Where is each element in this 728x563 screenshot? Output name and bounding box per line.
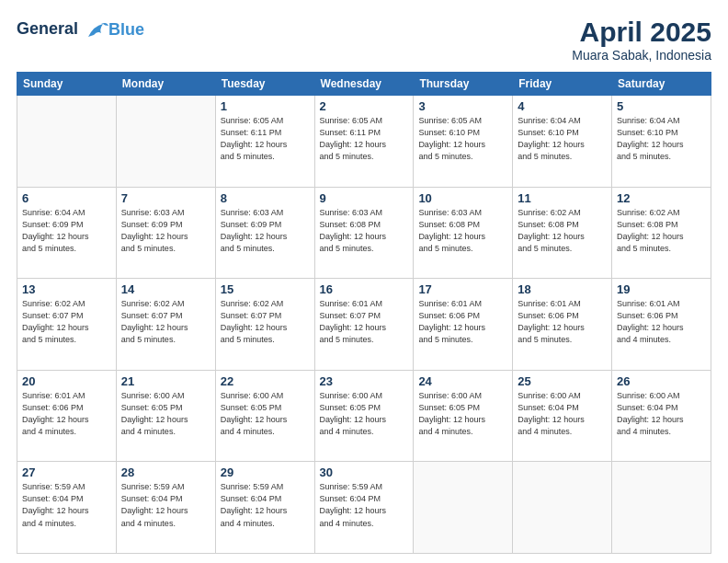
- calendar-cell: 3Sunrise: 6:05 AM Sunset: 6:10 PM Daylig…: [414, 96, 513, 188]
- day-info: Sunrise: 6:03 AM Sunset: 6:09 PM Dayligh…: [121, 207, 210, 255]
- day-info: Sunrise: 6:02 AM Sunset: 6:07 PM Dayligh…: [22, 298, 111, 346]
- day-info: Sunrise: 6:05 AM Sunset: 6:11 PM Dayligh…: [320, 115, 409, 163]
- day-number: 17: [418, 282, 507, 296]
- day-number: 27: [22, 465, 111, 479]
- logo-blue: Blue: [108, 20, 144, 40]
- calendar-cell: 5Sunrise: 6:04 AM Sunset: 6:10 PM Daylig…: [612, 96, 711, 188]
- calendar-cell: 2Sunrise: 6:05 AM Sunset: 6:11 PM Daylig…: [314, 96, 414, 188]
- calendar-cell: 13Sunrise: 6:02 AM Sunset: 6:07 PM Dayli…: [17, 279, 117, 371]
- calendar-cell: 12Sunrise: 6:02 AM Sunset: 6:08 PM Dayli…: [612, 187, 711, 279]
- title-section: April 2025 Muara Sabak, Indonesia: [572, 17, 711, 63]
- calendar-cell: 4Sunrise: 6:04 AM Sunset: 6:10 PM Daylig…: [513, 96, 612, 188]
- calendar-cell: 25Sunrise: 6:00 AM Sunset: 6:04 PM Dayli…: [513, 370, 612, 462]
- day-info: Sunrise: 5:59 AM Sunset: 6:04 PM Dayligh…: [121, 481, 210, 529]
- calendar-cell: 15Sunrise: 6:02 AM Sunset: 6:07 PM Dayli…: [215, 279, 314, 371]
- week-row-0: 1Sunrise: 6:05 AM Sunset: 6:11 PM Daylig…: [17, 96, 711, 188]
- day-number: 30: [320, 465, 409, 479]
- day-info: Sunrise: 6:05 AM Sunset: 6:11 PM Dayligh…: [221, 115, 310, 163]
- day-info: Sunrise: 6:01 AM Sunset: 6:06 PM Dayligh…: [617, 298, 706, 346]
- calendar-cell: 11Sunrise: 6:02 AM Sunset: 6:08 PM Dayli…: [513, 187, 612, 279]
- calendar-cell: 14Sunrise: 6:02 AM Sunset: 6:07 PM Dayli…: [116, 279, 215, 371]
- header: General Blue April 2025 Muara Sabak, Ind…: [17, 17, 711, 63]
- day-number: 19: [617, 282, 706, 296]
- day-number: 2: [320, 99, 409, 113]
- calendar-cell: 7Sunrise: 6:03 AM Sunset: 6:09 PM Daylig…: [116, 187, 215, 279]
- day-number: 13: [22, 282, 111, 296]
- calendar-cell: [17, 96, 117, 188]
- calendar-cell: 10Sunrise: 6:03 AM Sunset: 6:08 PM Dayli…: [414, 187, 513, 279]
- day-number: 10: [418, 191, 507, 205]
- day-number: 3: [418, 99, 507, 113]
- header-tuesday: Tuesday: [215, 73, 314, 96]
- day-info: Sunrise: 6:01 AM Sunset: 6:06 PM Dayligh…: [22, 390, 111, 438]
- day-number: 12: [617, 191, 706, 205]
- calendar-table: Sunday Monday Tuesday Wednesday Thursday…: [17, 72, 711, 554]
- header-monday: Monday: [116, 73, 215, 96]
- day-info: Sunrise: 6:02 AM Sunset: 6:08 PM Dayligh…: [518, 207, 607, 255]
- calendar-cell: 29Sunrise: 5:59 AM Sunset: 6:04 PM Dayli…: [215, 462, 314, 554]
- calendar-cell: 24Sunrise: 6:00 AM Sunset: 6:05 PM Dayli…: [414, 370, 513, 462]
- day-info: Sunrise: 6:02 AM Sunset: 6:08 PM Dayligh…: [617, 207, 706, 255]
- day-number: 5: [617, 99, 706, 113]
- day-number: 9: [320, 191, 409, 205]
- logo-general: General: [17, 19, 78, 38]
- day-info: Sunrise: 6:00 AM Sunset: 6:04 PM Dayligh…: [518, 390, 607, 438]
- calendar-cell: [414, 462, 513, 554]
- day-number: 14: [121, 282, 210, 296]
- day-info: Sunrise: 6:03 AM Sunset: 6:09 PM Dayligh…: [221, 207, 310, 255]
- header-friday: Friday: [513, 73, 612, 96]
- day-info: Sunrise: 6:00 AM Sunset: 6:05 PM Dayligh…: [320, 390, 409, 438]
- day-info: Sunrise: 6:04 AM Sunset: 6:10 PM Dayligh…: [518, 115, 607, 163]
- calendar-cell: 21Sunrise: 6:00 AM Sunset: 6:05 PM Dayli…: [116, 370, 215, 462]
- day-number: 15: [221, 282, 310, 296]
- calendar-cell: [116, 96, 215, 188]
- week-row-1: 6Sunrise: 6:04 AM Sunset: 6:09 PM Daylig…: [17, 187, 711, 279]
- header-sunday: Sunday: [17, 73, 117, 96]
- day-info: Sunrise: 6:02 AM Sunset: 6:07 PM Dayligh…: [121, 298, 210, 346]
- calendar-cell: 18Sunrise: 6:01 AM Sunset: 6:06 PM Dayli…: [513, 279, 612, 371]
- day-info: Sunrise: 6:03 AM Sunset: 6:08 PM Dayligh…: [418, 207, 507, 255]
- day-info: Sunrise: 6:04 AM Sunset: 6:10 PM Dayligh…: [617, 115, 706, 163]
- calendar-cell: 26Sunrise: 6:00 AM Sunset: 6:04 PM Dayli…: [612, 370, 711, 462]
- calendar-cell: 1Sunrise: 6:05 AM Sunset: 6:11 PM Daylig…: [215, 96, 314, 188]
- day-number: 6: [22, 191, 111, 205]
- calendar-cell: 28Sunrise: 5:59 AM Sunset: 6:04 PM Dayli…: [116, 462, 215, 554]
- day-info: Sunrise: 6:01 AM Sunset: 6:06 PM Dayligh…: [518, 298, 607, 346]
- logo-text: General Blue: [17, 17, 144, 42]
- weekday-header-row: Sunday Monday Tuesday Wednesday Thursday…: [17, 73, 711, 96]
- day-info: Sunrise: 6:01 AM Sunset: 6:07 PM Dayligh…: [320, 298, 409, 346]
- day-info: Sunrise: 6:03 AM Sunset: 6:08 PM Dayligh…: [320, 207, 409, 255]
- day-number: 21: [121, 374, 210, 388]
- day-number: 8: [221, 191, 310, 205]
- day-number: 16: [320, 282, 409, 296]
- day-info: Sunrise: 6:05 AM Sunset: 6:10 PM Dayligh…: [418, 115, 507, 163]
- location: Muara Sabak, Indonesia: [572, 48, 711, 63]
- logo: General Blue: [17, 17, 144, 42]
- day-number: 29: [221, 465, 310, 479]
- day-number: 24: [418, 374, 507, 388]
- calendar-cell: [612, 462, 711, 554]
- calendar-cell: 30Sunrise: 5:59 AM Sunset: 6:04 PM Dayli…: [314, 462, 414, 554]
- header-wednesday: Wednesday: [314, 73, 414, 96]
- page: General Blue April 2025 Muara Sabak, Ind…: [0, 0, 728, 563]
- calendar-cell: 20Sunrise: 6:01 AM Sunset: 6:06 PM Dayli…: [17, 370, 117, 462]
- month-title: April 2025: [572, 17, 711, 48]
- week-row-2: 13Sunrise: 6:02 AM Sunset: 6:07 PM Dayli…: [17, 279, 711, 371]
- day-info: Sunrise: 5:59 AM Sunset: 6:04 PM Dayligh…: [22, 481, 111, 529]
- day-info: Sunrise: 6:00 AM Sunset: 6:04 PM Dayligh…: [617, 390, 706, 438]
- day-number: 23: [320, 374, 409, 388]
- week-row-4: 27Sunrise: 5:59 AM Sunset: 6:04 PM Dayli…: [17, 462, 711, 554]
- day-info: Sunrise: 6:02 AM Sunset: 6:07 PM Dayligh…: [221, 298, 310, 346]
- day-info: Sunrise: 6:00 AM Sunset: 6:05 PM Dayligh…: [221, 390, 310, 438]
- day-number: 1: [221, 99, 310, 113]
- week-row-3: 20Sunrise: 6:01 AM Sunset: 6:06 PM Dayli…: [17, 370, 711, 462]
- day-info: Sunrise: 5:59 AM Sunset: 6:04 PM Dayligh…: [320, 481, 409, 529]
- day-number: 18: [518, 282, 607, 296]
- logo-bird-icon: [85, 17, 110, 42]
- day-number: 20: [22, 374, 111, 388]
- calendar-cell: 22Sunrise: 6:00 AM Sunset: 6:05 PM Dayli…: [215, 370, 314, 462]
- day-info: Sunrise: 5:59 AM Sunset: 6:04 PM Dayligh…: [221, 481, 310, 529]
- day-info: Sunrise: 6:00 AM Sunset: 6:05 PM Dayligh…: [418, 390, 507, 438]
- day-info: Sunrise: 6:01 AM Sunset: 6:06 PM Dayligh…: [418, 298, 507, 346]
- day-number: 7: [121, 191, 210, 205]
